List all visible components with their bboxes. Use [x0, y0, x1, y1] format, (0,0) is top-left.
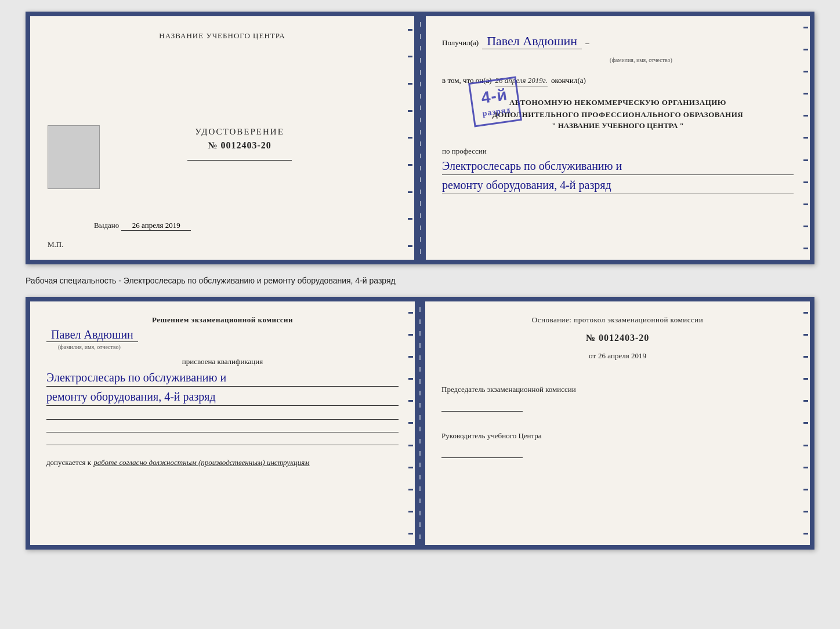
spine-top: [415, 16, 426, 260]
director-label: Руководитель учебного Центра: [441, 431, 794, 441]
mp-label: М.П.: [48, 240, 63, 249]
profession-line2: ремонту оборудования, 4-й разряд: [442, 176, 794, 194]
director-sig-line: [441, 450, 523, 458]
sig-line-1: [46, 412, 399, 420]
doc2-fio-label: (фамилия, имя, отчество): [58, 344, 399, 350]
photo-placeholder: [48, 125, 100, 189]
cert-number: № 0012403-20: [187, 140, 292, 151]
chairman-label: Председатель экзаменационной комиссии: [441, 385, 794, 394]
doc2-left-page: Решением экзаменационной комиссии Павел …: [30, 301, 415, 545]
profession-line1: Электрослесарь по обслуживанию и: [442, 157, 794, 175]
profession-label: по профессии: [442, 147, 487, 155]
stamp-overlay: 4-й разряд: [468, 77, 522, 127]
date-value: 26 апреля 2019: [598, 351, 646, 361]
sig-line-2: [46, 424, 399, 432]
allowed-text: работе согласно должностным (производств…: [93, 458, 309, 467]
issued-label: Выдано: [94, 221, 119, 230]
allowed-label: допускается к: [46, 458, 91, 467]
qual-line2: ремонту оборудования, 4-й разряд: [46, 388, 399, 406]
side-decoration-right-2: [802, 16, 810, 260]
chairman-sig-line: [441, 403, 523, 412]
received-prefix: Получил(а): [442, 38, 479, 48]
side-decoration-right-4: [802, 301, 810, 545]
doc2-name: Павел Авдюшин: [46, 328, 138, 342]
qual-line1: Электрослесарь по обслуживанию и: [46, 369, 399, 387]
qualification-label: присвоена квалификация: [46, 357, 399, 366]
side-decoration-right: [406, 16, 414, 260]
doc2-right-page: Основание: протокол экзаменационной коми…: [425, 301, 810, 545]
basis-label: Основание: протокол экзаменационной коми…: [441, 315, 794, 325]
doc1-left-page: НАЗВАНИЕ УЧЕБНОГО ЦЕНТРА УДОСТОВЕРЕНИЕ №…: [30, 16, 415, 260]
doc1-school-name: НАЗВАНИЕ УЧЕБНОГО ЦЕНТРА: [159, 31, 285, 40]
date-prefix: от: [589, 351, 596, 361]
sig-line-3: [46, 437, 399, 445]
doc1-right-page: Получил(а) Павел Авдюшин – (фамилия, имя…: [426, 16, 810, 260]
chairman-block: Председатель экзаменационной комиссии: [441, 385, 794, 415]
side-decoration-right-3: [407, 301, 415, 545]
recipient-name: Павел Авдюшин: [482, 34, 582, 49]
caption-text: Рабочая специальность - Электрослесарь п…: [26, 274, 814, 288]
director-block: Руководитель учебного Центра: [441, 431, 794, 461]
spine-bottom: [415, 301, 425, 545]
commission-heading: Решением экзаменационной комиссии: [46, 315, 399, 325]
finished: окончил(а): [551, 76, 586, 85]
document-top: НАЗВАНИЕ УЧЕБНОГО ЦЕНТРА УДОСТОВЕРЕНИЕ №…: [26, 12, 814, 264]
protocol-number: № 0012403-20: [441, 333, 794, 343]
issued-date: 26 апреля 2019: [121, 221, 191, 231]
document-bottom: Решением экзаменационной комиссии Павел …: [26, 297, 814, 550]
cert-label: УДОСТОВЕРЕНИЕ: [187, 127, 292, 137]
fio-label-top: (фамилия, имя, отчество): [488, 57, 794, 63]
